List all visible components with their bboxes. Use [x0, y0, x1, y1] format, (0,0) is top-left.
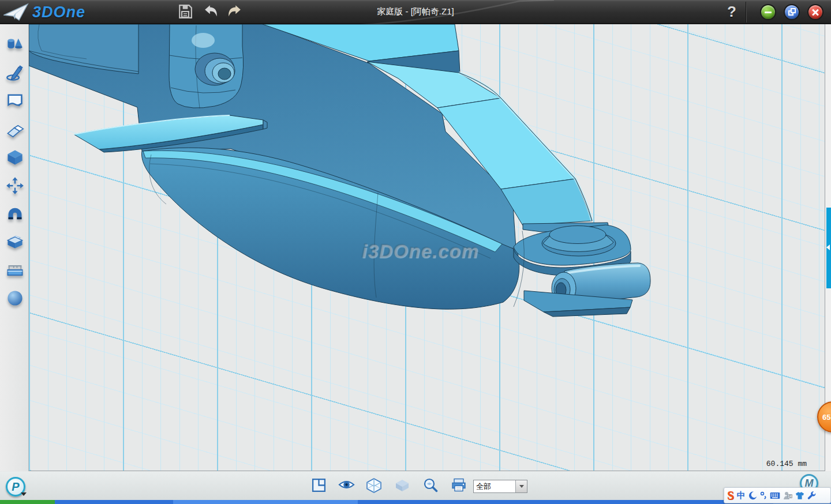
tool-feature-solid[interactable]	[5, 147, 25, 168]
tool-magnet[interactable]	[5, 204, 25, 224]
sogou-s-icon[interactable]: S	[727, 490, 734, 502]
wireframe-display-button[interactable]	[365, 477, 383, 494]
print-button[interactable]	[450, 477, 467, 494]
punctuation-toggle[interactable]	[760, 491, 767, 499]
minimize-button[interactable]	[760, 4, 776, 20]
magnet-icon	[6, 205, 24, 223]
tool-assembly[interactable]	[5, 231, 25, 252]
sketch-pen-icon	[6, 63, 24, 82]
settings-wrench-button[interactable]	[807, 491, 816, 500]
tool-primitives[interactable]	[5, 34, 25, 55]
skin-tshirt-icon	[795, 491, 804, 500]
login-person-button[interactable]: 14	[783, 491, 792, 500]
print-icon	[451, 477, 467, 493]
chinese-mode-toggle[interactable]: 中	[737, 490, 746, 501]
dropdown-button[interactable]	[515, 480, 527, 492]
person-badge-count: 14	[787, 494, 793, 499]
material-sphere-icon	[6, 289, 24, 307]
wireframe-cube-icon	[366, 477, 382, 494]
apache-model[interactable]	[29, 24, 825, 471]
left-tool-sidebar	[0, 24, 29, 471]
tool-eraser[interactable]	[5, 119, 25, 140]
wrench-icon	[807, 491, 816, 500]
model-geometry	[29, 24, 650, 317]
chevron-left-icon	[826, 245, 830, 250]
skin-button[interactable]	[795, 491, 804, 500]
panel-flyout-tab[interactable]	[826, 208, 831, 288]
selection-filter-dropdown[interactable]: 全部	[473, 480, 527, 493]
restore-button[interactable]	[784, 4, 800, 20]
view-plane-icon	[311, 477, 327, 493]
tool-print-bed[interactable]	[5, 259, 25, 280]
print-bed-icon	[6, 261, 24, 279]
tool-sketch[interactable]	[5, 62, 25, 83]
primitives-icon	[6, 35, 24, 54]
keyboard-icon	[770, 492, 780, 499]
visibility-eye-icon	[338, 478, 355, 491]
shaded-cube-icon	[394, 477, 410, 494]
zoom-button[interactable]	[422, 477, 439, 494]
chevron-down-icon	[519, 485, 524, 488]
screen: { "window": { "logo_text": "3DOne", "tit…	[0, 0, 831, 504]
window-titlebar: 3DOne 家庭版 - [阿帕奇.Z1] ?	[0, 0, 831, 24]
viewport-3d[interactable]: i3DOne.com 60.145 mm	[29, 24, 825, 471]
soft-keyboard-toggle[interactable]	[770, 492, 780, 499]
os-taskbar-sliver[interactable]	[0, 500, 831, 504]
zoom-magnifier-icon	[422, 477, 439, 494]
bottom-status-bar: P	[0, 472, 831, 500]
fullwidth-moon-toggle[interactable]	[748, 491, 757, 500]
eraser-icon	[6, 120, 24, 138]
sogou-ime-bar: S 中 14	[724, 487, 831, 503]
help-button[interactable]: ?	[723, 2, 741, 21]
close-button[interactable]	[807, 4, 823, 20]
restore-icon-front	[791, 8, 796, 13]
titlebar-divider	[746, 2, 747, 22]
surface-page-icon	[6, 92, 24, 110]
feature-cube-icon	[6, 148, 24, 167]
view-plane-button[interactable]	[310, 477, 327, 494]
move-arrows-icon	[6, 176, 24, 195]
moon-icon	[748, 491, 757, 500]
shaded-display-button[interactable]	[394, 477, 411, 494]
dimension-status: 60.145 mm	[766, 460, 807, 468]
minimize-icon	[765, 12, 772, 13]
window-title: 家庭版 - [阿帕奇.Z1]	[0, 6, 831, 17]
chevron-down-icon[interactable]	[21, 492, 27, 496]
selection-filter-value: 全部	[474, 480, 515, 492]
tool-move[interactable]	[5, 175, 25, 196]
tool-sketch-surface[interactable]	[5, 91, 25, 111]
assembly-box-icon	[6, 232, 24, 251]
punctuation-icon	[760, 491, 767, 499]
tool-material[interactable]	[5, 288, 25, 309]
visibility-button[interactable]	[338, 477, 355, 494]
